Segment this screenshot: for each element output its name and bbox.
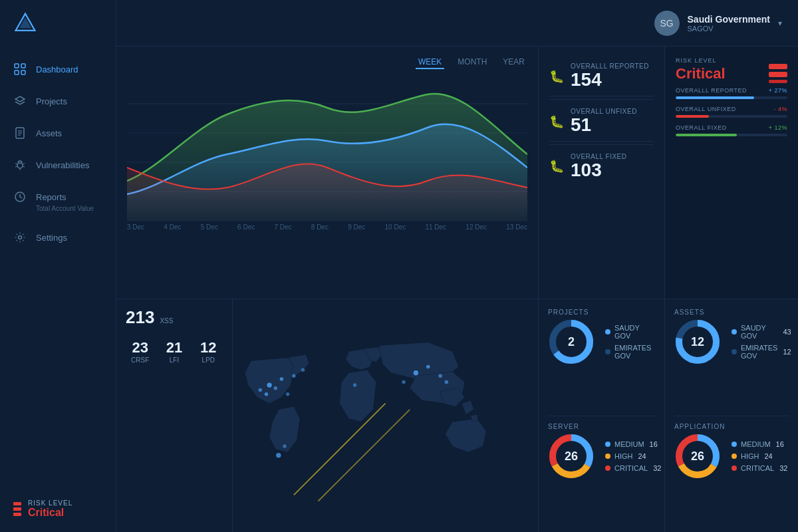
- sidebar-item-dashboard[interactable]: Dashboard: [0, 53, 116, 85]
- sidebar-item-assets[interactable]: Assets: [0, 117, 116, 149]
- svg-marker-1: [19, 17, 31, 28]
- sidebar-item-settings[interactable]: Settings: [0, 221, 116, 253]
- app-title: APPLICATION: [674, 423, 789, 430]
- metric-reported-label: OVERALLL REPORTED: [676, 87, 747, 94]
- svg-point-19: [19, 236, 22, 239]
- risk-metrics: OVERALLL REPORTED + 27% OVERALL UNFIXED …: [676, 87, 787, 136]
- app-legend-1: HIGH 24: [732, 452, 787, 460]
- user-code: SAGOV: [688, 25, 770, 33]
- line-chart: [127, 74, 527, 221]
- vuln-item-0: 23 CRSF: [126, 339, 154, 364]
- user-menu[interactable]: SG Saudi Government SAGOV ▾: [654, 11, 782, 36]
- app-legend-2: CRITICAL 32: [732, 464, 787, 472]
- stat-unfixed: 🐛 OVERALL UNFIXED 51: [549, 102, 654, 142]
- application-section: APPLICATION 26: [674, 423, 789, 523]
- projects-title: PROJECTS: [548, 309, 655, 316]
- svg-point-25: [267, 382, 271, 387]
- app-legend-label-0: MEDIUM: [741, 440, 771, 448]
- main-area: SG Saudi Government SAGOV ▾ WEEK MONTH Y…: [116, 0, 798, 532]
- server-legend-count-1: 24: [638, 452, 646, 460]
- bug-fixed-icon: 🐛: [549, 159, 564, 174]
- stat-fixed: 🐛 OVERALL FIXED 103: [549, 148, 654, 186]
- date-label: 13 Dec: [506, 223, 527, 231]
- bug-reported-icon: 🐛: [549, 69, 564, 84]
- risk-metric-unfixed: OVERALL UNFIXED - 4%: [676, 106, 787, 118]
- vuln-grid: 23 CRSF 21 LFI 12 LPD: [126, 339, 223, 364]
- assets-value: 12: [691, 335, 704, 349]
- server-legend-0: MEDIUM 16: [605, 440, 661, 448]
- legend-item-1: EMIRATES GOV: [605, 344, 655, 360]
- server-dot-1: [605, 454, 610, 459]
- sidebar-item-vulnerabilities[interactable]: Vulnerabilities: [0, 149, 116, 181]
- world-map: [233, 299, 538, 532]
- year-button[interactable]: YEAR: [500, 56, 527, 69]
- assets-dot-0: [732, 329, 737, 334]
- legend-dot-0: [605, 329, 610, 334]
- svg-rect-5: [21, 70, 25, 74]
- svg-point-32: [301, 368, 305, 372]
- avatar: SG: [654, 11, 680, 36]
- date-label: 7 Dec: [274, 223, 291, 231]
- date-label: 8 Dec: [311, 223, 329, 231]
- risk-level-label: RISK LEVEL: [28, 499, 72, 507]
- month-button[interactable]: MONTH: [455, 56, 489, 69]
- server-legend-label-0: MEDIUM: [614, 440, 644, 448]
- vuln-section: 213 XSS 23 CRSF 21 LFI 12 LPD: [116, 299, 233, 532]
- risk-section-value: Critical: [676, 65, 726, 82]
- main-nav: Dashboard Projects Assets: [0, 47, 116, 486]
- sidebar: Dashboard Projects Assets: [0, 0, 116, 532]
- svg-point-39: [283, 444, 287, 448]
- svg-rect-2: [15, 64, 19, 68]
- gear-icon: [13, 231, 27, 244]
- assets-legend-0: SAUDY GOV 43: [732, 324, 791, 340]
- date-label: 5 Dec: [201, 223, 218, 231]
- header: SG Saudi Government SAGOV ▾: [116, 0, 798, 47]
- assets-legend: SAUDY GOV 43 EMIRATES GOV 12: [732, 324, 791, 360]
- server-legend-count-2: 32: [653, 464, 661, 472]
- assets-app-column: ASSETS 12: [665, 299, 798, 532]
- svg-point-35: [438, 374, 442, 378]
- metric-fixed-change: + 12%: [769, 124, 787, 131]
- risk-metric-reported: OVERALLL REPORTED + 27%: [676, 87, 787, 99]
- projects-donut: 2: [548, 319, 595, 365]
- server-donut-row: 26 MEDIUM 16 HIGH 24: [548, 433, 655, 479]
- app-logo-icon: [13, 11, 37, 35]
- server-dot-2: [605, 466, 610, 471]
- sidebar-item-reports[interactable]: Reports Total Account Value: [0, 181, 116, 221]
- server-legend-1: HIGH 24: [605, 452, 661, 460]
- server-dot-0: [605, 442, 610, 447]
- svg-point-29: [274, 386, 278, 390]
- server-legend-count-0: 16: [650, 440, 658, 448]
- stats-section: 🐛 OVERALLL REPORTED 154 🐛 OVERALL UNFIXE…: [539, 47, 665, 299]
- assets-legend-label-0: SAUDY GOV: [741, 324, 777, 340]
- user-details: Saudi Government SAGOV: [688, 14, 770, 33]
- stat-reported: 🐛 OVERALLL REPORTED 154: [549, 57, 654, 96]
- svg-point-26: [280, 377, 284, 381]
- vuln-count: 12: [194, 339, 223, 356]
- svg-line-13: [23, 164, 25, 164]
- svg-line-42: [319, 410, 410, 501]
- stat-fixed-value: 103: [571, 160, 654, 181]
- chart-section: WEEK MONTH YEAR: [116, 47, 539, 299]
- server-donut: 26: [548, 433, 595, 479]
- sidebar-item-projects[interactable]: Projects: [0, 85, 116, 117]
- svg-rect-3: [21, 64, 25, 68]
- sidebar-item-label: Vulnerabilities: [36, 160, 89, 170]
- server-legend-2: CRITICAL 32: [605, 464, 661, 472]
- server-legend: MEDIUM 16 HIGH 24 CRITICAL: [605, 440, 661, 472]
- grid-icon: [13, 63, 27, 76]
- assets-section: ASSETS 12: [674, 309, 789, 416]
- risk-section-label: RISK LEVEL: [676, 57, 787, 64]
- date-label: 10 Dec: [385, 223, 406, 231]
- content-wrapper: WEEK MONTH YEAR: [116, 47, 798, 532]
- week-button[interactable]: WEEK: [416, 56, 444, 69]
- vuln-top-count: 213: [126, 309, 154, 326]
- date-label: 12 Dec: [466, 223, 487, 231]
- app-dot-2: [732, 466, 737, 471]
- projects-legend: SAUDY GOV EMIRATES GOV: [605, 324, 655, 360]
- assets-legend-1: EMIRATES GOV 12: [732, 344, 791, 360]
- sidebar-item-label: Assets: [36, 128, 62, 138]
- metric-fixed-bar: [676, 134, 737, 136]
- sidebar-item-label: Settings: [36, 233, 67, 243]
- user-name: Saudi Government: [688, 14, 770, 25]
